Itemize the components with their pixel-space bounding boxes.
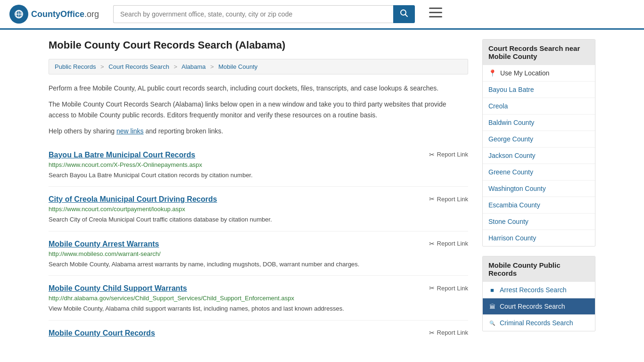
page-title: Mobile County Court Records Search (Alab… — [49, 39, 468, 51]
report-link-bayou[interactable]: ✂ Report Link — [429, 151, 468, 158]
list-item: 🔍 Criminal Records Search — [483, 315, 595, 331]
result-title-bayou[interactable]: Bayou La Batre Municipal Court Records — [49, 151, 195, 159]
court-records-label: Court Records Search — [500, 303, 565, 310]
nearby-list: 📍 Use My Location Bayou La Batre Creola … — [483, 65, 595, 246]
public-records-section: Mobile County Public Records ■ Arrest Re… — [482, 256, 595, 331]
result-item: Mobile County Court Records ✂ Report Lin… — [49, 321, 468, 346]
nearby-link-baldwin[interactable]: Baldwin County — [483, 115, 595, 131]
arrest-records-label: Arrest Records Search — [500, 286, 567, 294]
result-desc-creola: Search City of Creola Municipal Court tr… — [49, 215, 468, 224]
breadcrumb-public-records[interactable]: Public Records — [55, 63, 96, 70]
main-container: Mobile County Court Records Search (Alab… — [39, 30, 605, 355]
result-item: City of Creola Municipal Court Driving R… — [49, 187, 468, 231]
nearby-link-stone[interactable]: Stone County — [483, 214, 595, 230]
svg-line-6 — [405, 15, 408, 17]
court-records-icon: 🏛 — [488, 303, 496, 310]
result-title-child-support[interactable]: Mobile County Child Support Warrants — [49, 284, 187, 293]
new-links-link[interactable]: new links — [116, 127, 144, 135]
scissors-icon: ✂ — [429, 240, 435, 247]
scissors-icon: ✂ — [429, 151, 435, 158]
nearby-link-harrison[interactable]: Harrison County — [483, 230, 595, 246]
nearby-section: Court Records Search near Mobile County … — [482, 39, 595, 247]
criminal-records-icon: 🔍 — [488, 321, 496, 326]
list-item: Harrison County — [483, 230, 595, 246]
nearby-link-creola[interactable]: Creola — [483, 98, 595, 114]
list-item-active: 🏛 Court Records Search — [483, 298, 595, 315]
search-input[interactable] — [113, 5, 393, 23]
result-url-creola: https://www.ncourt.com/courtpayment/look… — [49, 206, 468, 213]
result-title-court-records[interactable]: Mobile County Court Records — [49, 329, 155, 337]
result-item: Mobile County Child Support Warrants ✂ R… — [49, 276, 468, 321]
nearby-link-jackson[interactable]: Jackson County — [483, 148, 595, 164]
search-bar — [113, 5, 415, 23]
list-item: Greene County — [483, 164, 595, 181]
use-location-item: 📍 Use My Location — [483, 65, 595, 82]
pin-icon: 📍 — [488, 69, 496, 77]
logo-area: CountyOffice.org — [9, 5, 104, 24]
report-link-arrest-warrants[interactable]: ✂ Report Link — [429, 240, 468, 247]
report-link-child-support[interactable]: ✂ Report Link — [429, 284, 468, 292]
result-desc-bayou: Search Bayou La Batre Municipal Court ci… — [49, 171, 468, 180]
breadcrumb-court-records-search[interactable]: Court Records Search — [108, 63, 169, 70]
nearby-link-bayou-la-batre[interactable]: Bayou La Batre — [483, 82, 595, 98]
search-button[interactable] — [393, 5, 415, 23]
list-item: Stone County — [483, 214, 595, 230]
public-records-list: ■ Arrest Records Search 🏛 Court Records … — [483, 282, 595, 331]
menu-button[interactable] — [429, 8, 442, 21]
result-desc-arrest-warrants: Search Mobile County, Alabama arrest war… — [49, 260, 468, 269]
sidebar: Court Records Search near Mobile County … — [482, 39, 595, 346]
list-item: George County — [483, 131, 595, 148]
breadcrumb-mobile-county[interactable]: Mobile County — [218, 63, 257, 70]
scissors-icon: ✂ — [429, 329, 435, 337]
results-list: Bayou La Batre Municipal Court Records ✂… — [49, 142, 468, 346]
svg-rect-7 — [429, 8, 442, 9]
pr-court-records-link[interactable]: 🏛 Court Records Search — [483, 298, 595, 314]
scissors-icon: ✂ — [429, 284, 435, 292]
description-2: The Mobile County Court Records Search (… — [49, 99, 468, 120]
site-header: CountyOffice.org — [0, 0, 644, 30]
result-url-child-support: http://dhr.alabama.gov/services/Child_Su… — [49, 295, 468, 302]
result-url-arrest-warrants: http://www.mobileso.com/warrant-search/ — [49, 250, 468, 257]
logo-text: CountyOffice.org — [31, 9, 99, 19]
pr-criminal-records-link[interactable]: 🔍 Criminal Records Search — [483, 315, 595, 331]
breadcrumb-sep-3: > — [210, 63, 214, 70]
nearby-link-washington[interactable]: Washington County — [483, 181, 595, 197]
nearby-title: Court Records Search near Mobile County — [483, 40, 595, 65]
result-title-creola[interactable]: City of Creola Municipal Court Driving R… — [49, 195, 217, 204]
public-records-title: Mobile County Public Records — [483, 256, 595, 282]
result-item: Bayou La Batre Municipal Court Records ✂… — [49, 142, 468, 187]
nearby-link-george[interactable]: George County — [483, 131, 595, 147]
criminal-records-label: Criminal Records Search — [500, 319, 573, 327]
report-link-court-records[interactable]: ✂ Report Link — [429, 329, 468, 337]
content-area: Mobile County Court Records Search (Alab… — [49, 39, 468, 346]
arrest-records-icon: ■ — [488, 287, 496, 294]
list-item: Bayou La Batre — [483, 82, 595, 98]
description-3: Help others by sharing new links and rep… — [49, 126, 468, 136]
list-item: Baldwin County — [483, 115, 595, 131]
nearby-link-escambia[interactable]: Escambia County — [483, 197, 595, 213]
scissors-icon: ✂ — [429, 195, 435, 203]
use-location-label: Use My Location — [500, 69, 549, 77]
result-desc-child-support: View Mobile County, Alabama child suppor… — [49, 304, 468, 313]
breadcrumb-alabama[interactable]: Alabama — [182, 63, 206, 70]
nearby-link-greene[interactable]: Greene County — [483, 164, 595, 180]
result-title-arrest-warrants[interactable]: Mobile County Arrest Warrants — [49, 240, 159, 248]
result-item: Mobile County Arrest Warrants ✂ Report L… — [49, 231, 468, 276]
result-url-bayou: https://www.ncourt.com/X-Press/X-Onlinep… — [49, 161, 468, 168]
breadcrumb-sep-1: > — [100, 63, 104, 70]
logo-icon — [9, 5, 28, 24]
list-item: Jackson County — [483, 148, 595, 164]
svg-rect-9 — [429, 16, 442, 17]
use-location-link[interactable]: 📍 Use My Location — [483, 65, 595, 81]
breadcrumb-sep-2: > — [174, 63, 178, 70]
description-1: Perform a free Mobile County, AL public … — [49, 83, 468, 93]
svg-rect-8 — [429, 12, 442, 13]
list-item: Escambia County — [483, 197, 595, 214]
list-item: ■ Arrest Records Search — [483, 282, 595, 298]
list-item: Washington County — [483, 181, 595, 197]
breadcrumb: Public Records > Court Records Search > … — [49, 59, 468, 74]
list-item: Creola — [483, 98, 595, 115]
pr-arrest-records-link[interactable]: ■ Arrest Records Search — [483, 282, 595, 298]
report-link-creola[interactable]: ✂ Report Link — [429, 195, 468, 203]
